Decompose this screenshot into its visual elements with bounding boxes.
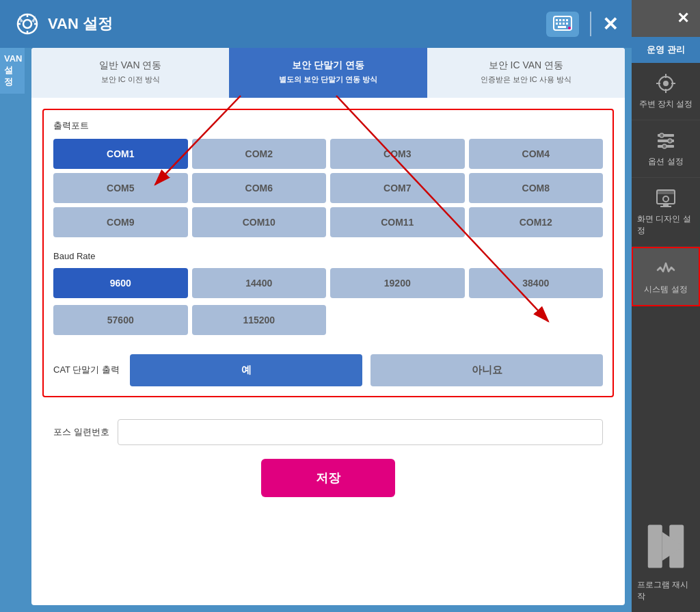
baud-btn-14400[interactable]: 14400 — [192, 268, 327, 298]
tab-ic[interactable]: 보안 IC VAN 연동 인증받은 보안 IC 사용 방식 — [427, 48, 625, 98]
svg-rect-11 — [563, 19, 565, 21]
baud-btn-115200[interactable]: 115200 — [192, 305, 327, 335]
save-section: 저장 — [42, 445, 614, 511]
design-label: 화면 디자인 설정 — [637, 213, 695, 237]
save-button[interactable]: 저장 — [261, 459, 395, 497]
svg-rect-35 — [657, 190, 675, 194]
output-port-label: 출력포트 — [53, 120, 603, 132]
window-title: VAN 설정 — [48, 14, 113, 34]
svg-point-18 — [568, 27, 571, 29]
svg-point-36 — [663, 196, 669, 202]
option-label: 옵션 설정 — [648, 156, 683, 168]
van-side-label: VAN 설정 — [0, 48, 25, 94]
cat-output-label: CAT 단말기 출력 — [53, 364, 122, 376]
system-label: 시스템 설정 — [644, 284, 687, 295]
tab-general[interactable]: 일반 VAN 연동 보안 IC 이전 방식 — [31, 48, 229, 98]
option-icon — [655, 130, 677, 152]
svg-point-0 — [18, 14, 37, 34]
baud-btn-57600[interactable]: 57600 — [53, 305, 188, 335]
port-btn-COM7[interactable]: COM7 — [330, 173, 465, 203]
top-bar-actions: ✕ — [546, 12, 618, 37]
sidebar-restart[interactable]: 프로그램 재시작 — [632, 508, 700, 612]
divider — [590, 12, 591, 36]
port-btn-COM12[interactable]: COM12 — [469, 207, 604, 237]
port-btn-COM4[interactable]: COM4 — [469, 139, 604, 169]
cat-yes-button[interactable]: 예 — [130, 354, 362, 386]
port-btn-COM8[interactable]: COM8 — [469, 173, 604, 203]
cat-no-button[interactable]: 아니요 — [371, 354, 603, 386]
keyboard-icon — [553, 16, 572, 31]
svg-rect-38 — [660, 206, 671, 207]
port-btn-COM1[interactable]: COM1 — [53, 139, 188, 169]
restart-icon — [637, 518, 695, 575]
sidebar-header: 운영 관리 — [632, 37, 700, 63]
svg-rect-14 — [559, 23, 561, 25]
port-btn-COM10[interactable]: COM10 — [192, 207, 327, 237]
svg-point-33 — [662, 144, 667, 148]
top-bar: VAN 설정 ✕ — [0, 0, 632, 48]
svg-rect-12 — [566, 19, 568, 21]
svg-rect-13 — [556, 23, 558, 25]
baud-grid-row2: 57600 115200 — [53, 305, 603, 335]
port-btn-COM3[interactable]: COM3 — [330, 139, 465, 169]
pos-serial-input[interactable] — [118, 419, 603, 445]
svg-point-32 — [668, 139, 672, 143]
pos-row: 포스 일련번호 — [42, 408, 614, 445]
sidebar-item-system[interactable]: 시스템 설정 — [632, 247, 700, 306]
tab-bar: 일반 VAN 연동 보안 IC 이전 방식 보안 단말기 연동 별도의 보안 단… — [31, 48, 625, 98]
port-btn-COM2[interactable]: COM2 — [192, 139, 327, 169]
settings-section: 출력포트 COM1 COM2 COM3 COM4 COM5 COM6 COM7 … — [42, 109, 614, 397]
cat-output-row: CAT 단말기 출력 예 아니요 — [53, 349, 603, 386]
system-icon — [655, 258, 677, 280]
restart-label: 프로그램 재시작 — [637, 579, 695, 602]
design-icon — [655, 187, 677, 209]
svg-rect-17 — [558, 26, 566, 28]
tab-security[interactable]: 보안 단말기 연동 별도의 보안 단말기 연동 방식 — [229, 48, 427, 98]
svg-rect-9 — [556, 19, 558, 21]
peripheral-label: 주변 장치 설정 — [639, 98, 693, 110]
svg-rect-37 — [663, 204, 669, 206]
svg-point-23 — [663, 81, 669, 86]
right-sidebar: ✕ 운영 관리 주변 장치 설정 옵션 설정 — [632, 0, 700, 612]
svg-rect-10 — [559, 19, 561, 21]
content-panel: 일반 VAN 연동 보안 IC 이전 방식 보안 단말기 연동 별도의 보안 단… — [31, 48, 625, 605]
baud-btn-38400[interactable]: 38400 — [469, 268, 604, 298]
port-grid: COM1 COM2 COM3 COM4 COM5 COM6 COM7 COM8 … — [53, 139, 603, 237]
port-btn-COM5[interactable]: COM5 — [53, 173, 188, 203]
svg-point-1 — [23, 20, 31, 28]
sidebar-item-peripheral[interactable]: 주변 장치 설정 — [632, 63, 700, 120]
sidebar-item-design[interactable]: 화면 디자인 설정 — [632, 178, 700, 247]
port-btn-COM9[interactable]: COM9 — [53, 207, 188, 237]
keyboard-button[interactable] — [546, 12, 579, 37]
window-title-area: VAN 설정 — [14, 10, 538, 38]
window-close-button[interactable]: ✕ — [602, 13, 618, 36]
main-area: VAN 설정 ✕ V — [0, 0, 632, 612]
baud-btn-19200[interactable]: 19200 — [330, 268, 465, 298]
peripheral-icon — [655, 72, 677, 94]
svg-rect-39 — [648, 525, 662, 568]
port-btn-COM6[interactable]: COM6 — [192, 173, 327, 203]
inner-content: 출력포트 COM1 COM2 COM3 COM4 COM5 COM6 COM7 … — [31, 98, 625, 605]
port-btn-COM11[interactable]: COM11 — [330, 207, 465, 237]
svg-rect-16 — [566, 23, 568, 25]
svg-rect-15 — [563, 23, 565, 25]
pos-serial-label: 포스 일련번호 — [53, 426, 109, 438]
sidebar-close-area: ✕ — [632, 0, 700, 37]
baud-grid-row1: 9600 14400 19200 38400 — [53, 268, 603, 298]
baud-btn-9600[interactable]: 9600 — [53, 268, 188, 298]
baud-rate-label: Baud Rate — [53, 251, 603, 261]
svg-point-31 — [660, 133, 664, 137]
sidebar-close-button[interactable]: ✕ — [677, 10, 689, 27]
sidebar-item-option[interactable]: 옵션 설정 — [632, 120, 700, 178]
van-settings-icon — [14, 10, 41, 38]
